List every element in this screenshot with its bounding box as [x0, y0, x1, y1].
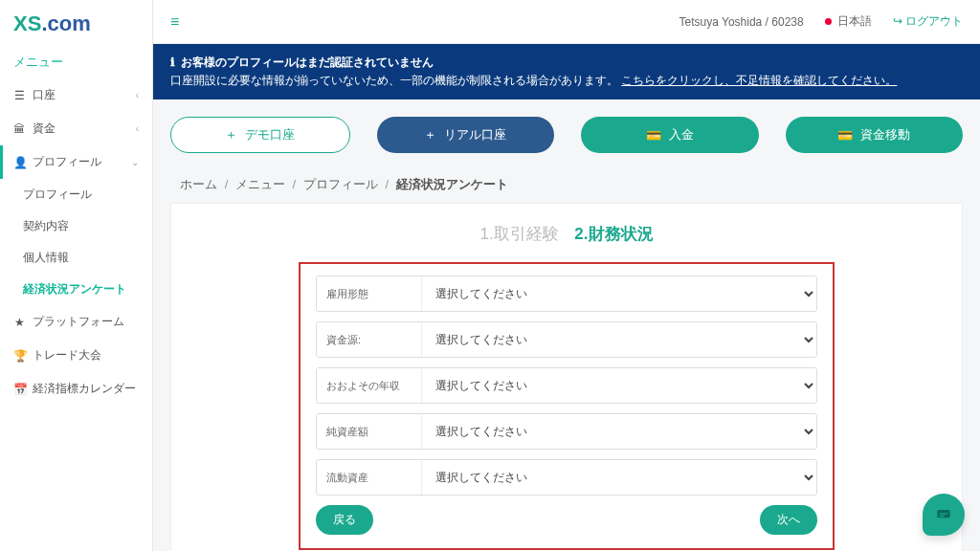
- real-account-button[interactable]: ＋ リアル口座: [377, 117, 555, 153]
- deposit-button[interactable]: 💳 入金: [581, 117, 759, 153]
- sidebar-item-competition[interactable]: 🏆トレード大会: [0, 339, 152, 372]
- chevron-left-icon: ‹: [136, 123, 139, 134]
- next-button[interactable]: 次へ: [760, 505, 817, 535]
- sidebar-item-label: 経済指標カレンダー: [33, 381, 136, 397]
- trophy-icon: 🏆: [13, 349, 25, 363]
- sidebar-sub-profile[interactable]: プロフィール: [0, 179, 152, 210]
- info-icon: ℹ: [170, 54, 175, 72]
- building-icon: 🏛: [13, 122, 25, 136]
- topbar-right: Tetsuya Yoshida / 60238 日本語 ↪ ログアウト: [679, 13, 963, 30]
- step-1-label: 取引経験: [494, 225, 559, 243]
- topbar: ≡ Tetsuya Yoshida / 60238 日本語 ↪ ログアウト: [153, 0, 980, 44]
- sidebar-item-label: 資金: [33, 121, 56, 137]
- field-income: おおよその年収 選択してください: [316, 367, 817, 404]
- sidebar-item-label: トレード大会: [33, 347, 101, 364]
- transfer-button[interactable]: 💳 資金移動: [786, 117, 964, 153]
- user-icon: 👤: [13, 156, 25, 169]
- field-source: 資金源: 選択してください: [316, 321, 817, 358]
- action-row: ＋ デモ口座 ＋ リアル口座 💳 入金 💳 資金移動: [153, 99, 980, 163]
- sidebar-item-label: 口座: [33, 87, 56, 103]
- chat-icon: [934, 505, 953, 524]
- form-buttons: 戻る 次へ: [316, 505, 817, 535]
- field-employment: 雇用形態 選択してください: [316, 276, 817, 312]
- step-2-label: 財務状況: [589, 225, 654, 243]
- select-employment[interactable]: 選択してください: [422, 276, 816, 311]
- sidebar-sub-contract[interactable]: 契約内容: [0, 210, 152, 242]
- select-liquid[interactable]: 選択してください: [422, 460, 816, 495]
- sidebar-item-calendar[interactable]: 📅経済指標カレンダー: [0, 372, 152, 406]
- alert-title: お客様のプロフィールはまだ認証されていません: [181, 54, 434, 72]
- chat-fab[interactable]: [923, 494, 965, 536]
- sidebar-sub-personal[interactable]: 個人情報: [0, 242, 152, 274]
- select-networth[interactable]: 選択してください: [422, 414, 816, 449]
- label-source: 資金源:: [317, 322, 422, 357]
- field-liquid: 流動資産 選択してください: [316, 459, 817, 496]
- flag-icon: [825, 18, 832, 25]
- sidebar-item-platform[interactable]: ★プラットフォーム: [0, 305, 152, 339]
- verification-alert: ℹお客様のプロフィールはまだ認証されていません 口座開設に必要な情報が揃っていな…: [153, 44, 980, 99]
- label-income: おおよその年収: [317, 368, 422, 403]
- alert-body: 口座開設に必要な情報が揃っていないため、一部の機能が制限される場合があります。: [170, 74, 618, 87]
- breadcrumb-current: 経済状況アンケート: [396, 177, 508, 191]
- breadcrumb: ホーム / メニュー / プロフィール / 経済状況アンケート: [153, 163, 980, 203]
- demo-account-button[interactable]: ＋ デモ口座: [170, 117, 350, 153]
- menu-title: メニュー: [0, 44, 152, 78]
- label-networth: 純資産額: [317, 414, 422, 449]
- chevron-down-icon: ⌄: [131, 157, 139, 167]
- sidebar-item-profile[interactable]: 👤プロフィール ⌄: [0, 145, 152, 179]
- sidebar-item-funds[interactable]: 🏛資金 ‹: [0, 112, 152, 145]
- sidebar-sub-survey[interactable]: 経済状況アンケート: [0, 274, 152, 305]
- svg-rect-2: [940, 516, 945, 517]
- user-link[interactable]: Tetsuya Yoshida / 60238: [679, 15, 804, 29]
- svg-rect-1: [940, 513, 947, 514]
- label-employment: 雇用形態: [317, 276, 422, 311]
- select-income[interactable]: 選択してください: [422, 368, 816, 403]
- field-networth: 純資産額 選択してください: [316, 413, 817, 450]
- chevron-left-icon: ‹: [136, 90, 139, 100]
- star-icon: ★: [13, 316, 25, 329]
- language-link[interactable]: 日本語: [825, 13, 872, 30]
- back-button[interactable]: 戻る: [316, 505, 373, 535]
- sidebar-item-label: プロフィール: [33, 154, 101, 170]
- label-liquid: 流動資産: [317, 460, 422, 495]
- form-card: 1.取引経験 2.財務状況 雇用形態 選択してください 資金源: 選択してくださ…: [170, 203, 963, 551]
- logout-link[interactable]: ↪ ログアウト: [893, 13, 963, 30]
- menu-toggle-icon[interactable]: ≡: [170, 13, 179, 31]
- sidebar: XS.com メニュー ☰口座 ‹ 🏛資金 ‹ 👤プロフィール ⌄ プロフィール…: [0, 0, 153, 551]
- content: ≡ Tetsuya Yoshida / 60238 日本語 ↪ ログアウト ℹお…: [153, 0, 980, 551]
- logo: XS.com: [0, 0, 152, 44]
- breadcrumb-menu[interactable]: メニュー: [235, 177, 285, 191]
- step-indicator: 1.取引経験 2.財務状況: [190, 223, 943, 245]
- select-source[interactable]: 選択してください: [422, 322, 816, 357]
- breadcrumb-profile[interactable]: プロフィール: [303, 177, 378, 191]
- list-icon: ☰: [13, 89, 25, 102]
- form-box: 雇用形態 選択してください 資金源: 選択してください おおよその年収 選択して…: [299, 262, 835, 550]
- calendar-icon: 📅: [13, 383, 25, 396]
- sidebar-item-label: プラットフォーム: [33, 314, 124, 330]
- sidebar-item-account[interactable]: ☰口座 ‹: [0, 78, 152, 112]
- alert-link[interactable]: こちらをクリックし、不足情報を確認してください。: [621, 74, 897, 87]
- breadcrumb-home[interactable]: ホーム: [180, 177, 217, 191]
